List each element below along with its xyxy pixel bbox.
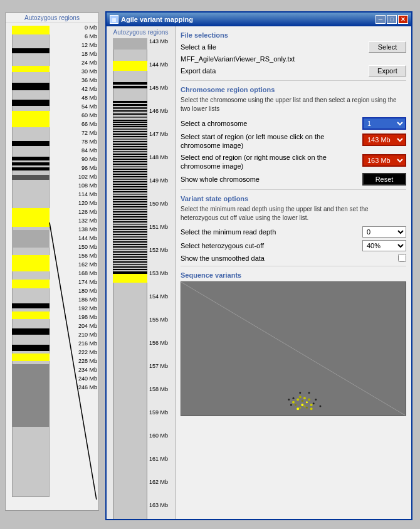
- variant-options-desc: Select the minimum read depth using the …: [181, 205, 406, 223]
- chrom-a-container: 0 Mb 6 Mb 12 Mb 18 Mb 24 Mb 30 Mb 36 Mb …: [6, 23, 98, 500]
- svg-point-2: [297, 399, 299, 401]
- export-label: Export data: [181, 67, 369, 75]
- chrom-dropdown[interactable]: 1: [362, 117, 406, 130]
- min-read-label: Select the minimum read depth: [181, 228, 362, 236]
- svg-point-23: [319, 406, 321, 407]
- end-region-label: Select end of region (or right mouse cli…: [181, 153, 362, 171]
- mb-label-138: 138 Mb: [78, 226, 97, 233]
- mb-label-78: 78 Mb: [81, 139, 97, 145]
- svg-point-21: [299, 392, 301, 394]
- svg-point-3: [299, 395, 302, 398]
- mb-label-174: 174 Mb: [78, 279, 97, 285]
- b-mb-159: 159 Mb: [149, 409, 168, 416]
- window-icon: ▦: [110, 15, 118, 24]
- chrom-options-desc: Select the chromosome using the upper li…: [181, 96, 406, 113]
- mb-label-168: 168 Mb: [78, 270, 97, 276]
- divider-1: [181, 80, 406, 81]
- mb-label-24: 24 Mb: [81, 60, 97, 66]
- mb-label-246: 246 Mb: [78, 384, 97, 390]
- window-content: Autozygous regions: [107, 26, 411, 519]
- mb-label-18: 18 Mb: [81, 51, 97, 57]
- mb-label-120: 120 Mb: [78, 200, 97, 206]
- export-row: Export data Export: [181, 65, 406, 76]
- window-titlebar: ▦ Agile variant mapping ─ □ ✕: [107, 13, 411, 26]
- mb-label-102: 102 Mb: [78, 174, 97, 180]
- svg-point-12: [292, 401, 295, 404]
- svg-point-16: [310, 408, 313, 411]
- select-chrom-label: Select a chromosome: [181, 120, 362, 127]
- b-mb-144: 144 Mb: [149, 61, 168, 68]
- sequence-variants-chart: [181, 281, 406, 416]
- mb-label-150: 150 Mb: [78, 244, 97, 250]
- select-button[interactable]: Select: [369, 41, 406, 53]
- svg-point-15: [303, 406, 305, 407]
- end-region-dropdown[interactable]: 163 Mb: [362, 154, 406, 167]
- divider-2: [181, 189, 406, 190]
- mb-label-36: 36 Mb: [81, 77, 97, 83]
- mb-label-144: 144 Mb: [78, 235, 97, 241]
- mb-label-192: 192 Mb: [78, 305, 97, 312]
- select-file-row: Select a file Select: [181, 41, 406, 53]
- svg-point-20: [313, 403, 315, 405]
- b-mb-151: 151 Mb: [149, 224, 168, 230]
- unsmoothed-label: Show the unsmoothed data: [181, 254, 396, 262]
- b-mb-143: 143 Mb: [149, 38, 168, 45]
- b-mb-160: 160 Mb: [149, 432, 168, 439]
- mb-label-6: 6 Mb: [85, 33, 97, 39]
- mb-label-84: 84 Mb: [81, 147, 97, 154]
- unsmoothed-checkbox[interactable]: [398, 254, 406, 262]
- variant-options-title: Variant state options: [181, 195, 406, 202]
- svg-point-22: [315, 399, 317, 401]
- b-mb-152: 152 Mb: [149, 247, 168, 253]
- mb-label-186: 186 Mb: [78, 296, 97, 303]
- mb-label-216: 216 Mb: [78, 340, 97, 347]
- reset-button[interactable]: Reset: [362, 173, 406, 186]
- sequence-variants-svg: [181, 282, 406, 416]
- b-mb-162: 162 Mb: [149, 479, 168, 485]
- window-title: Agile variant mapping: [121, 16, 193, 23]
- svg-point-14: [297, 408, 299, 411]
- panel-b: ▦ Agile variant mapping ─ □ ✕ Autozygous…: [105, 11, 412, 525]
- b-mb-153: 153 Mb: [149, 270, 168, 276]
- panel-a: Autozygous regions: [5, 13, 99, 520]
- select-chrom-row: Select a chromosome 1: [181, 117, 406, 130]
- mb-label-162: 162 Mb: [78, 261, 97, 268]
- maximize-button[interactable]: □: [387, 15, 397, 24]
- close-button[interactable]: ✕: [398, 15, 408, 24]
- svg-point-6: [306, 401, 308, 403]
- min-read-dropdown[interactable]: 0: [362, 226, 406, 238]
- start-region-dropdown[interactable]: 143 Mb: [362, 134, 406, 146]
- b-mb-155: 155 Mb: [149, 317, 168, 323]
- hetero-dropdown[interactable]: 40%: [362, 240, 406, 251]
- mb-label-90: 90 Mb: [81, 156, 97, 162]
- hetero-label: Select heterozygous cut-off: [181, 242, 362, 249]
- show-whole-row: Show whole chromosome Reset: [181, 173, 406, 186]
- file-selections-title: File selections: [181, 31, 406, 39]
- svg-point-7: [308, 399, 310, 401]
- minimize-button[interactable]: ─: [375, 15, 386, 24]
- mb-label-60: 60 Mb: [81, 112, 97, 118]
- hetero-cutoff-row: Select heterozygous cut-off 40%: [181, 240, 406, 251]
- chrom-panel-title: Autozygous regions: [108, 29, 174, 36]
- end-region-row: Select end of region (or right mouse cli…: [181, 153, 406, 171]
- panel-a-title: Autozygous regions: [6, 13, 98, 23]
- b-mb-148: 148 Mb: [149, 154, 168, 160]
- mb-label-180: 180 Mb: [78, 288, 97, 294]
- mb-label-222: 222 Mb: [78, 349, 97, 355]
- b-mb-161: 161 Mb: [149, 456, 168, 462]
- export-button[interactable]: Export: [369, 65, 406, 76]
- unsmoothed-row: Show the unsmoothed data: [181, 254, 406, 262]
- b-mb-149: 149 Mb: [149, 177, 168, 184]
- b-mb-156: 156 Mb: [149, 340, 168, 346]
- mb-label-72: 72 Mb: [81, 130, 97, 136]
- chrom-detail-panel: Autozygous regions: [107, 26, 176, 519]
- show-whole-label: Show whole chromosome: [181, 175, 362, 183]
- controls-panel: File selections Select a file Select MFF…: [176, 26, 411, 519]
- titlebar-buttons: ─ □ ✕: [375, 15, 408, 24]
- b-mb-158: 158 Mb: [149, 386, 168, 392]
- svg-point-18: [290, 404, 292, 406]
- svg-point-19: [308, 392, 310, 394]
- mb-label-228: 228 Mb: [78, 358, 97, 364]
- svg-point-11: [299, 407, 301, 409]
- mb-label-210: 210 Mb: [78, 332, 97, 338]
